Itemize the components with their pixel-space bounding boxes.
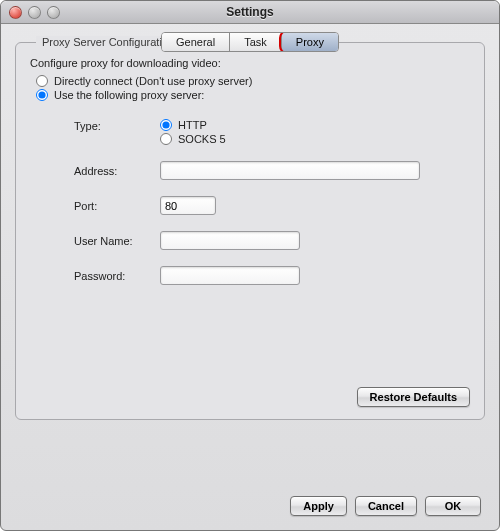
radio-use-proxy[interactable]: Use the following proxy server:	[36, 89, 470, 101]
type-label: Type:	[74, 119, 154, 132]
port-input[interactable]	[160, 196, 216, 215]
tab-general[interactable]: General	[162, 33, 230, 51]
type-options: HTTP SOCKS 5	[160, 119, 434, 145]
restore-row: Restore Defaults	[357, 387, 470, 407]
radio-direct-connect-label: Directly connect (Don't use proxy server…	[54, 75, 252, 87]
radio-type-socks5-label: SOCKS 5	[178, 133, 226, 145]
tab-segmented-control: General Task Proxy	[161, 32, 339, 52]
close-icon[interactable]	[9, 6, 22, 19]
password-input[interactable]	[160, 266, 300, 285]
radio-type-socks5[interactable]: SOCKS 5	[160, 133, 434, 145]
proxy-form: Type: HTTP SOCKS 5 Address: Port: User N…	[74, 119, 434, 285]
proxy-intro-text: Configure proxy for downloading video:	[30, 57, 470, 69]
address-input[interactable]	[160, 161, 420, 180]
dialog-footer: Apply Cancel OK	[15, 486, 485, 518]
window-title: Settings	[1, 5, 499, 19]
radio-type-http[interactable]: HTTP	[160, 119, 434, 131]
cancel-button[interactable]: Cancel	[355, 496, 417, 516]
traffic-lights	[1, 6, 60, 19]
restore-defaults-button[interactable]: Restore Defaults	[357, 387, 470, 407]
settings-window: Settings General Task Proxy Proxy Server…	[0, 0, 500, 531]
radio-use-proxy-label: Use the following proxy server:	[54, 89, 204, 101]
zoom-icon[interactable]	[47, 6, 60, 19]
port-label: Port:	[74, 200, 154, 212]
address-label: Address:	[74, 165, 154, 177]
radio-direct-connect-input[interactable]	[36, 75, 48, 87]
radio-type-http-label: HTTP	[178, 119, 207, 131]
tab-proxy[interactable]: Proxy	[282, 33, 338, 51]
minimize-icon[interactable]	[28, 6, 41, 19]
radio-direct-connect[interactable]: Directly connect (Don't use proxy server…	[36, 75, 470, 87]
username-label: User Name:	[74, 235, 154, 247]
radio-use-proxy-input[interactable]	[36, 89, 48, 101]
window-content: General Task Proxy Proxy Server Configur…	[1, 24, 499, 530]
proxy-groupbox: Proxy Server Configuration Configure pro…	[15, 42, 485, 420]
radio-type-http-input[interactable]	[160, 119, 172, 131]
password-label: Password:	[74, 270, 154, 282]
radio-type-socks5-input[interactable]	[160, 133, 172, 145]
tab-bar: General Task Proxy	[15, 32, 485, 52]
titlebar: Settings	[1, 1, 499, 24]
apply-button[interactable]: Apply	[290, 496, 347, 516]
tab-task[interactable]: Task	[230, 33, 282, 51]
ok-button[interactable]: OK	[425, 496, 481, 516]
username-input[interactable]	[160, 231, 300, 250]
